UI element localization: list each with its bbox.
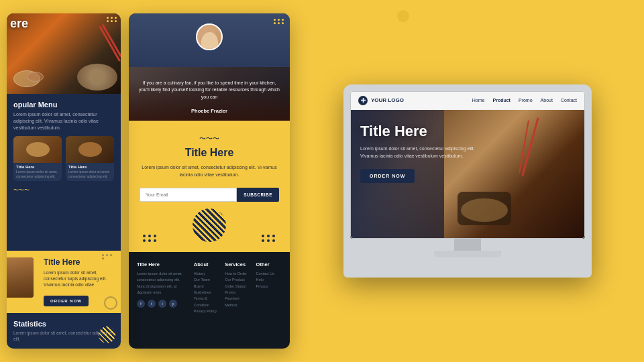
- middle-footer: Title Here Lorem ipsum dolor sit amet, c…: [129, 252, 290, 349]
- hero-content: Title Here Lorem ipsum dolor sit amet, c…: [360, 123, 481, 183]
- twitter-icon[interactable]: t: [148, 300, 156, 308]
- popular-menu-section: opular Menu Lorem ipsum dolor sit amet, …: [7, 94, 121, 251]
- footer-link-privacy-policy[interactable]: Privacy Policy: [194, 308, 219, 314]
- striped-circle-deco: [99, 326, 115, 343]
- yellow-section-content: Title Here Lorem ipsum dolor sit amet, c…: [44, 257, 114, 306]
- dots-deco-left: [102, 254, 113, 259]
- website-navbar: YOUR LOGO Home Product Promo About Conta…: [350, 91, 585, 110]
- menu-card-2-image: [66, 136, 114, 163]
- yellow-section-desc: Lorem ipsum dolor sit amet, consectetur …: [44, 269, 114, 288]
- nav-link-about[interactable]: About: [541, 98, 553, 103]
- logo-icon: [358, 96, 368, 105]
- nav-link-home[interactable]: Home: [472, 98, 485, 103]
- menu-card-2-desc: Lorem ipsum dolor sit amet, consectetur …: [66, 170, 114, 181]
- footer-col-1-title: Title Here: [137, 261, 189, 267]
- footer-col-2-links: History Our Team Brand Guidelines Terms …: [194, 271, 219, 314]
- hero-partial-text: ere: [10, 17, 28, 31]
- nav-link-promo[interactable]: Promo: [519, 98, 533, 103]
- footer-col-2: About History Our Team Brand Guidelines …: [194, 261, 219, 314]
- footer-col-3-links: How to Order Our Product Order Status Pr…: [225, 271, 250, 308]
- footer-link-payment-method[interactable]: Payment Method: [225, 296, 250, 308]
- chopsticks-decoration: [99, 25, 121, 61]
- deco-circle-left: [104, 296, 117, 310]
- social-icons-row: f t i y: [137, 300, 189, 308]
- right-panel: YOUR LOGO Home Product Promo About Conta…: [298, 84, 637, 278]
- nav-link-contact[interactable]: Contact: [561, 98, 577, 103]
- footer-link-history[interactable]: History: [194, 271, 219, 277]
- facebook-icon[interactable]: f: [137, 300, 145, 308]
- order-now-button-hero[interactable]: ORDER NOW: [360, 169, 415, 183]
- middle-panel: If you are a culinary fan, if you like t…: [129, 13, 290, 349]
- bg-circle-decoration: [397, 10, 409, 22]
- youtube-icon[interactable]: y: [169, 300, 177, 308]
- middle-section-desc: Lorem ipsum dolor sit amet, consectetur …: [140, 164, 279, 178]
- footer-col-2-title: About: [194, 261, 219, 267]
- middle-hero: If you are a culinary fan, if you like t…: [129, 13, 290, 121]
- avatar-body: [201, 32, 218, 50]
- testimonial-quote: If you are a culinary fan, if you like t…: [137, 80, 282, 101]
- footer-col-1-body: Lorem ipsum dolor sit amet, consectetur …: [137, 271, 189, 296]
- footer-col-3-title: Services: [225, 261, 250, 267]
- menu-card-2-label: Title Here: [66, 163, 114, 170]
- left-hero: ere: [7, 13, 121, 94]
- subscribe-button[interactable]: SUBSCRIBE: [237, 188, 279, 202]
- left-hero-image: ere: [7, 13, 121, 94]
- footer-link-how-to-order[interactable]: How to Order: [225, 271, 250, 277]
- hero-description: Lorem ipsum dolor sit amet, consectetur …: [360, 145, 481, 160]
- monitor-stand-neck: [454, 239, 481, 251]
- hero-background: Title Here Lorem ipsum dolor sit amet, c…: [350, 110, 585, 239]
- logo-text: YOUR LOGO: [371, 97, 404, 103]
- footer-link-help[interactable]: Help: [256, 277, 282, 283]
- middle-deco-row: [140, 202, 279, 242]
- website-hero: Title Here Lorem ipsum dolor sit amet, c…: [350, 110, 585, 239]
- footer-link-our-product[interactable]: Our Product: [225, 277, 250, 283]
- statistics-section: Statistics Lorem ipsum dolor sit amet, c…: [7, 313, 121, 349]
- avatar: [196, 23, 223, 50]
- nav-link-product[interactable]: Product: [493, 98, 511, 103]
- instagram-icon[interactable]: i: [158, 300, 166, 308]
- dots-grid-right: [262, 235, 276, 242]
- food-thumbnail: [7, 257, 34, 298]
- popular-menu-description: Lorem ipsum dolor sit amet, consectetur …: [13, 111, 114, 131]
- left-panel: ere opular Menu Lorem ipsum dolor sit am…: [7, 13, 121, 349]
- dots-decoration: [107, 17, 117, 22]
- zigzag-decoration-left: 〜〜〜: [13, 186, 114, 194]
- footer-link-our-team[interactable]: Our Team: [194, 277, 219, 283]
- left-yellow-section: Title Here Lorem ipsum dolor sit amet, c…: [7, 251, 121, 313]
- dots-top-right: [274, 19, 284, 24]
- monitor-screen: YOUR LOGO Home Product Promo About Conta…: [350, 91, 585, 239]
- footer-link-order-status[interactable]: Order Status: [225, 284, 250, 290]
- order-now-button-left[interactable]: ORDER NOW: [44, 296, 89, 306]
- footer-link-contact-us[interactable]: Contact Us: [256, 271, 282, 277]
- dots-grid-left: [143, 235, 157, 242]
- zigzag-decoration-mid: 〜〜〜: [199, 134, 219, 143]
- footer-link-promo[interactable]: Promo: [225, 290, 250, 296]
- footer-grid: Title Here Lorem ipsum dolor sit amet, c…: [137, 261, 282, 314]
- popular-menu-title: opular Menu: [13, 101, 114, 109]
- email-input[interactable]: [140, 188, 237, 202]
- hero-title: Title Here: [360, 123, 481, 139]
- monitor-stand-base: [434, 251, 501, 257]
- middle-section-title: Title Here: [185, 147, 234, 159]
- website-logo: YOUR LOGO: [358, 96, 404, 105]
- footer-col-3: Services How to Order Our Product Order …: [225, 261, 250, 314]
- footer-col-4-links: Contact Us Help Privacy: [256, 271, 282, 290]
- footer-link-terms[interactable]: Terms & Condition: [194, 296, 219, 308]
- statistics-title: Statistics: [13, 320, 114, 328]
- menu-card-1-label: Title Here: [13, 163, 62, 170]
- menu-cards-row: Title Here Lorem ipsum dolor sit amet, c…: [13, 136, 114, 181]
- monitor: YOUR LOGO Home Product Promo About Conta…: [343, 84, 592, 278]
- footer-col-1: Title Here Lorem ipsum dolor sit amet, c…: [137, 261, 189, 314]
- footer-col-4-title: Other: [256, 261, 282, 267]
- nav-links: Home Product Promo About Contact: [472, 98, 577, 103]
- menu-card-1: Title Here Lorem ipsum dolor sit amet, c…: [13, 136, 62, 181]
- menu-card-1-image: [13, 136, 62, 163]
- subscribe-row: SUBSCRIBE: [140, 188, 279, 202]
- footer-col-4: Other Contact Us Help Privacy: [256, 261, 282, 314]
- striped-circle-middle: [193, 208, 226, 242]
- menu-card-2: Title Here Lorem ipsum dolor sit amet, c…: [66, 136, 114, 181]
- testimonial-author: Phoebe Frazier: [129, 108, 290, 114]
- footer-link-privacy[interactable]: Privacy: [256, 284, 282, 290]
- footer-link-brand-guidelines[interactable]: Brand Guidelines: [194, 284, 219, 296]
- sushi-item: [461, 198, 508, 222]
